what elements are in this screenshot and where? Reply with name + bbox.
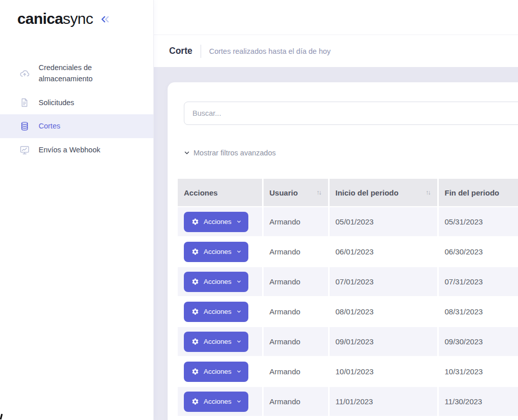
row-actions-label: Acciones [204,308,232,315]
row-actions-label: Acciones [204,398,232,405]
sidebar-item-label: Envíos a Webhook [39,144,100,155]
table-row: Acciones Armando 07/01/2023 07/31/2023 [178,267,518,297]
sidebar-item-label: Cortes [39,120,60,132]
cell-inicio: 07/01/2023 [329,267,438,297]
chevron-down-icon [236,219,242,224]
row-actions-label: Acciones [204,278,232,285]
filters-toggle-label: Mostrar filtros avanzados [193,149,276,157]
cell-inicio: 10/01/2023 [329,357,438,386]
column-header-fin-periodo: Fin del periodo [438,179,518,207]
chevron-down-icon [236,369,242,374]
sort-icon[interactable]: ↑↓ [426,189,430,196]
column-header-acciones: Acciones [178,179,263,207]
cell-usuario: Armando [263,267,329,297]
breadcrumb: Corte Cortes realizados hasta el día de … [154,35,518,67]
row-actions-label: Acciones [204,338,232,345]
page-subtitle: Cortes realizados hasta el día de hoy [209,47,331,55]
cell-inicio: 05/01/2023 [329,207,438,237]
row-actions-button[interactable]: Acciones [184,392,248,412]
cell-usuario: Armando [263,207,329,237]
gear-icon [191,308,199,315]
brand-name-bold: canica [17,10,63,27]
row-actions-button[interactable]: Acciones [184,302,248,322]
chevron-down-icon [236,249,242,254]
monitor-chart-icon [19,145,30,155]
coins-stack-icon [19,121,30,132]
cell-usuario: Armando [263,327,329,357]
cell-usuario: Armando [263,297,329,327]
filters-toggle[interactable]: Mostrar filtros avanzados [184,149,276,157]
chevron-down-icon [236,339,242,344]
sidebar-item-envios-webhook[interactable]: Envíos a Webhook [0,138,153,161]
column-header-inicio-periodo: Inicio del periodo↑↓ [329,179,438,207]
document-icon [19,98,30,108]
table-row: Acciones Armando 06/01/2023 06/30/2023 [178,237,518,267]
page-title: Corte [169,46,192,56]
table-row: Acciones Armando 08/01/2023 08/31/2023 [178,297,518,327]
sidebar-item-label: Credenciales de almacenamiento [39,62,133,85]
column-header-usuario: Usuario↑↓ [263,179,329,207]
cortes-table: Acciones Usuario↑↓ Inicio del periodo↑↓ … [178,179,518,417]
search-input[interactable] [184,102,518,125]
gear-icon [191,398,199,405]
cell-fin: 11/30/2023 [438,386,518,416]
cell-fin: 10/31/2023 [438,357,518,386]
gear-icon [191,248,199,255]
table-row: Acciones Armando 11/01/2023 11/30/2023 [178,386,518,416]
table-row: Acciones Armando 10/01/2023 10/31/2023 [178,357,518,386]
chevron-down-icon [184,150,190,156]
chevron-down-icon [236,309,242,314]
content-background: Mostrar filtros avanzados Acciones Usuar… [154,68,518,420]
table-header-row: Acciones Usuario↑↓ Inicio del periodo↑↓ … [178,179,518,207]
cell-fin: 05/31/2023 [438,207,518,237]
row-actions-label: Acciones [204,248,232,255]
sidebar-item-credenciales[interactable]: Credenciales de almacenamiento [0,56,153,91]
chevrons-left-icon [99,13,111,25]
brand-name-light: sync [63,10,93,27]
chevron-down-icon [236,279,242,284]
brand-logo[interactable]: canicasync [17,10,93,27]
cell-inicio: 11/01/2023 [329,386,438,416]
row-actions-button[interactable]: Acciones [184,242,248,262]
sidebar-item-label: Solicitudes [39,97,74,108]
sidebar-nav: Credenciales de almacenamiento Solicitud… [0,56,153,161]
cell-usuario: Armando [263,386,329,416]
gear-icon [191,218,199,225]
row-actions-label: Acciones [204,218,232,225]
row-actions-label: Acciones [204,368,232,375]
table-row: Acciones Armando 09/01/2023 09/30/2023 [178,327,518,357]
cell-usuario: Armando [263,237,329,267]
gear-icon [191,368,199,375]
table-row: Acciones Armando 05/01/2023 05/31/2023 [178,207,518,237]
cell-fin: 06/30/2023 [438,237,518,267]
sidebar-item-cortes[interactable]: Cortes [0,114,153,138]
cell-inicio: 08/01/2023 [329,297,438,327]
row-actions-button[interactable]: Acciones [184,212,248,232]
topbar [154,0,518,35]
breadcrumb-divider [201,45,201,58]
chevron-down-icon [236,399,242,404]
gear-icon [191,338,199,345]
row-actions-button[interactable]: Acciones [184,362,248,382]
main-area: Corte Cortes realizados hasta el día de … [154,0,518,420]
sidebar-collapse-button[interactable] [99,13,111,25]
row-actions-button[interactable]: Acciones [184,272,248,292]
cell-fin: 08/31/2023 [438,297,518,327]
sidebar-item-solicitudes[interactable]: Solicitudes [0,91,153,114]
row-actions-button[interactable]: Acciones [184,332,248,352]
cell-inicio: 06/01/2023 [329,237,438,267]
gear-icon [191,278,199,285]
cell-inicio: 09/01/2023 [329,327,438,357]
logo-row: canicasync [0,0,153,27]
content-card: Mostrar filtros avanzados Acciones Usuar… [168,82,518,420]
cell-fin: 09/30/2023 [438,327,518,357]
cell-fin: 07/31/2023 [438,267,518,297]
sort-icon[interactable]: ↑↓ [316,189,321,196]
sidebar: canicasync Credenciales de a [0,0,154,420]
cell-usuario: Armando [263,357,329,386]
cloud-upload-icon [19,68,30,79]
